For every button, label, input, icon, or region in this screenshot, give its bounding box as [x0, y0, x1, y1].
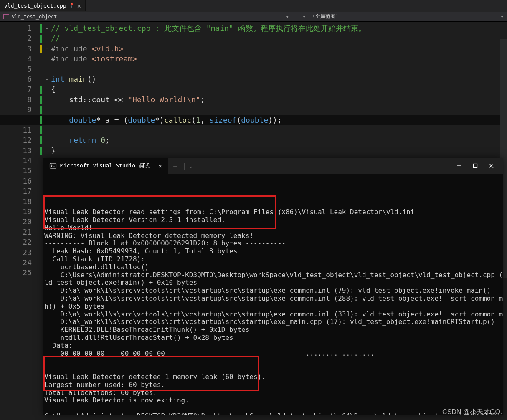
line-number: 13: [0, 146, 32, 156]
modification-glyph-column: [38, 23, 44, 156]
line-number: 22: [0, 237, 32, 247]
line-number: 20: [0, 217, 32, 227]
mod-glyph: [40, 86, 42, 94]
line-number: 18: [0, 197, 32, 207]
fold-toggle[interactable]: −: [45, 25, 48, 31]
window-close-button[interactable]: [488, 162, 494, 169]
context-nav-bar: vld_test_object ▼ ▼ (全局范围) ▼: [0, 12, 507, 22]
line-number: 3: [0, 44, 32, 54]
mod-glyph: [40, 35, 42, 43]
console-line: WARNING: Visual Leak Detector detected m…: [44, 232, 502, 240]
line-number: 12: [0, 135, 32, 145]
line-number: 23: [0, 248, 32, 258]
tab-menu-chevron-icon[interactable]: ⌄: [186, 163, 196, 169]
line-number: 24: [0, 258, 32, 268]
debug-console-window: Microsoft Visual Studio 调试… ✕ + | ⌄ Visu…: [43, 158, 503, 415]
file-tab-label: vld_test_object.cpp: [4, 3, 66, 9]
chevron-down-icon: ▼: [303, 15, 305, 19]
fold-toggle[interactable]: −: [45, 46, 48, 52]
console-line: D:\a\_work\1\s\src\vctools\crt\vcstartup…: [44, 295, 502, 303]
close-icon[interactable]: ✕: [159, 163, 162, 169]
console-line: D:\a\_work\1\s\src\vctools\crt\vcstartup…: [44, 287, 502, 295]
mod-glyph: [40, 24, 42, 33]
mod-glyph: [40, 45, 42, 53]
line-number-gutter: 1234567891011121314151617181920212223242…: [0, 22, 38, 278]
editor-tab-row: vld_test_object.cpp 📍 ✕: [0, 0, 507, 12]
line-number: 6: [0, 74, 32, 84]
console-titlebar[interactable]: Microsoft Visual Studio 调试… ✕ + | ⌄: [43, 158, 503, 174]
console-line: ucrtbased.dll!calloc(): [44, 263, 502, 271]
pin-icon: 📍: [69, 3, 75, 8]
console-line: ntdll.dll!RtlUserThreadStart() + 0x28 by…: [44, 334, 502, 342]
member-dropdown[interactable]: (全局范围) ▼: [309, 12, 507, 21]
mod-glyph: [40, 126, 42, 134]
console-tab-label: Microsoft Visual Studio 调试…: [60, 162, 153, 170]
fold-toggle[interactable]: −: [45, 76, 48, 82]
close-icon[interactable]: ✕: [77, 2, 81, 10]
console-line: C:\Users\Administrator.DESKTOP-KD3QMTO\D…: [44, 412, 502, 415]
scope-dropdown[interactable]: vld_test_object ▼: [0, 13, 292, 20]
comment: // vld_test_object.cpp : 此文件包含 "main" 函数…: [51, 24, 366, 33]
line-number: 16: [0, 176, 32, 186]
console-line: D:\a\_work\1\s\src\vctools\crt\vcstartup…: [44, 311, 502, 319]
console-line: Data:: [44, 342, 502, 350]
line-number: 15: [0, 166, 32, 176]
line-number: 17: [0, 186, 32, 196]
new-tab-button[interactable]: +: [168, 162, 183, 170]
line-number: 21: [0, 227, 32, 237]
line-number: 14: [0, 156, 32, 166]
preproc: #include: [51, 44, 92, 53]
nav-spacer: ▼: [292, 14, 309, 20]
console-line: ld_test_object.exe!main() + 0x10 bytes: [44, 279, 502, 287]
svg-rect-2: [474, 164, 477, 168]
chevron-down-icon: ▼: [286, 15, 289, 19]
console-line: D:\a\_work\1\s\src\vctools\crt\vcstartup…: [44, 318, 502, 326]
line-number: 2: [0, 33, 32, 43]
project-icon: [3, 14, 9, 19]
console-line: Call Stack (TID 21728):: [44, 256, 502, 263]
console-line: KERNEL32.DLL!BaseThreadInitThunk() + 0x1…: [44, 326, 502, 334]
console-output[interactable]: Visual Leak Detector read settings from:…: [43, 174, 503, 415]
line-number: 5: [0, 64, 32, 74]
line-number: 7: [0, 84, 32, 94]
line-number: 1: [0, 23, 32, 33]
watermark: CSDN @小天才GO: [442, 408, 500, 417]
minimize-button[interactable]: [456, 162, 463, 169]
console-line: [44, 405, 502, 412]
mod-glyph: [40, 136, 42, 144]
highlight-box: [43, 356, 259, 391]
console-line: Leak Hash: 0xD5499934, Count: 1, Total 8…: [44, 248, 502, 256]
line-number: 19: [0, 207, 32, 217]
console-line: C:\Users\Administrator.DESKTOP-KD3QMTO\D…: [44, 271, 502, 279]
maximize-button[interactable]: [472, 162, 479, 169]
chevron-down-icon: ▼: [501, 15, 503, 19]
mod-glyph: [40, 106, 42, 114]
highlight-box: [43, 195, 276, 229]
line-number: 11: [0, 125, 32, 135]
member-label: (全局范围): [312, 13, 338, 20]
file-tab[interactable]: vld_test_object.cpp 📍 ✕: [0, 0, 86, 11]
mod-glyph: [40, 96, 42, 104]
console-tab[interactable]: Microsoft Visual Studio 调试… ✕: [43, 158, 168, 174]
scope-label: vld_test_object: [12, 14, 57, 20]
mod-glyph: [40, 116, 42, 124]
line-number: 9: [0, 105, 32, 115]
line-number: 25: [0, 268, 32, 278]
line-number: 4: [0, 54, 32, 64]
console-line: Visual Leak Detector is now exiting.: [44, 397, 502, 405]
folding-column: − − −: [44, 23, 49, 84]
line-number: 8: [0, 95, 32, 105]
terminal-icon: [49, 162, 57, 170]
mod-glyph: [40, 147, 42, 155]
console-line: ---------- Block 1 at 0x0000000026291D20…: [44, 240, 502, 248]
svg-rect-0: [50, 163, 56, 168]
comment: //: [51, 34, 60, 43]
preproc: #include: [51, 54, 92, 63]
console-line: h() + 0x5 bytes: [44, 303, 502, 311]
